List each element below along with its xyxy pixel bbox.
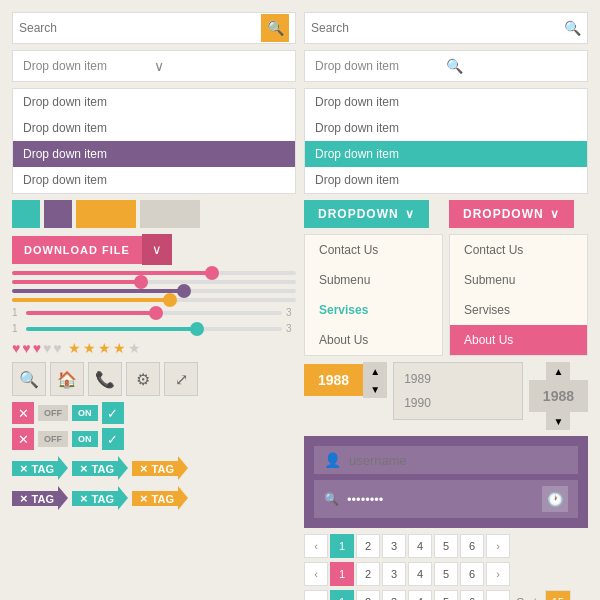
num-up-2[interactable]: ▲: [546, 362, 570, 380]
num-up-1[interactable]: ▲: [363, 362, 387, 380]
page-5-3[interactable]: 5: [434, 590, 458, 600]
list-item-r3-selected[interactable]: Drop down item: [305, 141, 587, 167]
hearts-rating[interactable]: ♥ ♥ ♥ ♥ ♥: [12, 340, 62, 356]
home-icon-box[interactable]: 🏠: [50, 362, 84, 396]
page-next-1[interactable]: ›: [486, 534, 510, 558]
goto-input-1[interactable]: [545, 590, 571, 600]
page-4-1[interactable]: 4: [408, 534, 432, 558]
eye-icon-button[interactable]: 🕐: [542, 486, 568, 512]
username-input[interactable]: [349, 453, 568, 468]
num-down-1[interactable]: ▼: [363, 380, 387, 398]
toggle-on-2[interactable]: ON: [72, 431, 98, 447]
search-button-1[interactable]: 🔍: [261, 14, 289, 42]
tag-orange-1[interactable]: TAG: [132, 456, 188, 480]
heart-2[interactable]: ♥: [22, 340, 30, 356]
page-3-2[interactable]: 3: [382, 562, 406, 586]
list-item-r2[interactable]: Drop down item: [305, 115, 587, 141]
page-6-3[interactable]: 6: [460, 590, 484, 600]
heart-5[interactable]: ♥: [53, 340, 61, 356]
search-icon-box[interactable]: 🔍: [12, 362, 46, 396]
search-input-1[interactable]: [19, 21, 261, 35]
heart-4[interactable]: ♥: [43, 340, 51, 356]
slider-track-3[interactable]: [12, 289, 296, 293]
page-4-2[interactable]: 4: [408, 562, 432, 586]
page-4-3[interactable]: 4: [408, 590, 432, 600]
list-item-r4[interactable]: Drop down item: [305, 167, 587, 193]
x-button-1[interactable]: ✕: [12, 402, 34, 424]
page-prev-2[interactable]: ‹: [304, 562, 328, 586]
list-item-r1[interactable]: Drop down item: [305, 89, 587, 115]
star-2[interactable]: ★: [83, 340, 96, 356]
list-item[interactable]: Drop down item: [13, 115, 295, 141]
search-button-2[interactable]: 🔍: [564, 20, 581, 36]
page-3-3[interactable]: 3: [382, 590, 406, 600]
download-file-button[interactable]: DOWNLOAD FILE: [12, 236, 142, 264]
settings-icon-box[interactable]: ⚙: [126, 362, 160, 396]
page-6-1[interactable]: 6: [460, 534, 484, 558]
heart-1[interactable]: ♥: [12, 340, 20, 356]
page-3-1[interactable]: 3: [382, 534, 406, 558]
page-next-2[interactable]: ›: [486, 562, 510, 586]
list-item-selected[interactable]: Drop down item: [13, 141, 295, 167]
star-5[interactable]: ★: [128, 340, 141, 356]
star-4[interactable]: ★: [113, 340, 126, 356]
swatch-gray[interactable]: [140, 200, 200, 228]
phone-icon-box[interactable]: 📞: [88, 362, 122, 396]
menu-submenu-2[interactable]: Submenu: [450, 265, 587, 295]
check-button-1[interactable]: ✓: [102, 402, 124, 424]
menu-servises-2[interactable]: Servises: [450, 295, 587, 325]
tag-teal-3[interactable]: TAG: [72, 486, 128, 510]
scroll-item-1990[interactable]: 1990: [394, 391, 522, 415]
password-input[interactable]: [347, 492, 534, 507]
page-prev-1[interactable]: ‹: [304, 534, 328, 558]
menu-contact-1[interactable]: Contact Us: [305, 235, 442, 265]
tag-teal-1[interactable]: TAG: [12, 456, 68, 480]
swatch-orange[interactable]: [76, 200, 136, 228]
search-icon-dropdown: 🔍: [446, 58, 577, 74]
page-2-3[interactable]: 2: [356, 590, 380, 600]
toggle-off-2[interactable]: OFF: [38, 431, 68, 447]
check-button-2[interactable]: ✓: [102, 428, 124, 450]
page-1-3[interactable]: 1: [330, 590, 354, 600]
page-2-1[interactable]: 2: [356, 534, 380, 558]
search-input-2[interactable]: [311, 21, 564, 35]
expand-icon-box[interactable]: ⤢: [164, 362, 198, 396]
page-6-2[interactable]: 6: [460, 562, 484, 586]
download-dropdown-arrow[interactable]: ∨: [142, 234, 172, 265]
toggle-off-1[interactable]: OFF: [38, 405, 68, 421]
heart-3[interactable]: ♥: [33, 340, 41, 356]
menu-servises-1[interactable]: Servises: [305, 295, 442, 325]
tag-orange-2[interactable]: TAG: [132, 486, 188, 510]
stars-rating[interactable]: ★ ★ ★ ★ ★: [68, 340, 141, 356]
toggle-on-1[interactable]: ON: [72, 405, 98, 421]
tag-teal-2[interactable]: TAG: [72, 456, 128, 480]
list-item[interactable]: Drop down item: [13, 167, 295, 193]
page-next-3[interactable]: ›: [486, 590, 510, 600]
page-5-1[interactable]: 5: [434, 534, 458, 558]
num-down-2[interactable]: ▼: [546, 412, 570, 430]
scroll-item-1989[interactable]: 1989: [394, 367, 522, 391]
menu-contact-2[interactable]: Contact Us: [450, 235, 587, 265]
list-item[interactable]: Drop down item: [13, 89, 295, 115]
page-1-2[interactable]: 1: [330, 562, 354, 586]
slider-track-4[interactable]: [12, 298, 296, 302]
menu-about-2[interactable]: About Us: [450, 325, 587, 355]
dropdown-button-pink[interactable]: DROPDOWN ∨: [449, 200, 574, 228]
star-1[interactable]: ★: [68, 340, 81, 356]
swatch-teal[interactable]: [12, 200, 40, 228]
slider-track-1[interactable]: [12, 271, 296, 275]
dropdown-button-teal[interactable]: DROPDOWN ∨: [304, 200, 429, 228]
page-5-2[interactable]: 5: [434, 562, 458, 586]
star-3[interactable]: ★: [98, 340, 111, 356]
dropdown-select-2[interactable]: Drop down item 🔍: [304, 50, 588, 82]
page-1-1[interactable]: 1: [330, 534, 354, 558]
slider-track-2[interactable]: [12, 280, 296, 284]
page-prev-3[interactable]: ‹: [304, 590, 328, 600]
page-2-2[interactable]: 2: [356, 562, 380, 586]
tag-purple-1[interactable]: TAG: [12, 486, 68, 510]
dropdown-select-1[interactable]: Drop down item ∨: [12, 50, 296, 82]
menu-submenu-1[interactable]: Submenu: [305, 265, 442, 295]
swatch-purple[interactable]: [44, 200, 72, 228]
menu-about-1[interactable]: About Us: [305, 325, 442, 355]
x-button-2[interactable]: ✕: [12, 428, 34, 450]
